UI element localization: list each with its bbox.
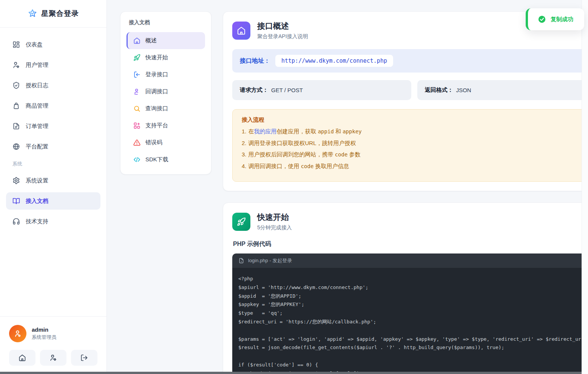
code-block-header: login.php - 发起登录 [232,253,588,268]
user-settings-icon [49,354,57,362]
integration-flow-box: 接入流程 1.在我的应用创建应用，获取 appid 和 appkey 2.调用登… [232,109,588,182]
sidebar-item-support[interactable]: 技术支持 [6,213,100,230]
sidebar-item-label: 接入文档 [26,198,48,205]
user-info: admin 系统管理员 [32,326,56,341]
overview-card-titles: 接口概述 聚合登录API接入说明 [257,21,308,40]
sidebar-item-label: 仪表盘 [26,41,43,48]
home-button[interactable] [9,350,35,366]
sidebar-item-label: 技术支持 [26,218,48,225]
sidebar-item-label: 商品管理 [26,102,48,110]
doc-nav-item-login-api[interactable]: 登录接口 [127,66,205,83]
step-text: 在 [248,128,254,134]
api-address-value[interactable]: http://www.dkym.com/connect.php [275,55,393,67]
sidebar-item-platform-config[interactable]: 平台配置 [6,138,100,155]
request-method-box: 请求方式： GET / POST [232,80,411,100]
main-content: 接入文档 概述 快速开始 登录接口 回调接口 [107,0,582,374]
step-text: 调用回调接口，使用 [248,163,301,169]
overview-card: 接口概述 聚合登录API接入说明 接口地址： http://www.dkym.c… [223,11,588,191]
section-subtitle: 5分钟完成接入 [257,224,292,231]
sidebar-item-label: 授权日志 [26,82,48,89]
doc-nav-item-quickstart[interactable]: 快速开始 [127,49,205,66]
code-file-title: login.php - 发起登录 [248,257,292,264]
login-icon [133,71,140,78]
sidebar-item-label: 平台配置 [26,143,48,150]
section-title: 快速开始 [257,212,292,223]
page-title: 接口概述 [257,21,308,31]
flow-step-1: 1.在我的应用创建应用，获取 appid 和 appkey [242,127,586,136]
my-apps-link[interactable]: 我的应用 [254,128,277,134]
doc-nav-item-sdk-download[interactable]: SDK下载 [127,151,205,168]
book-icon [12,197,20,205]
sidebar-item-orders[interactable]: 订单管理 [6,117,100,135]
check-circle-icon [538,15,546,23]
avatar [9,325,26,342]
doc-nav-label: 回调接口 [145,88,168,95]
step-text: 参数 [347,151,360,158]
step-number: 1. [242,128,247,134]
toast-copy-success[interactable]: 复制成功 [526,8,584,30]
globe-icon [12,143,20,150]
sidebar-item-auth-logs[interactable]: 授权日志 [6,77,100,94]
page-subtitle: 聚合登录API接入说明 [257,33,308,40]
response-format-box: 返回格式： JSON [417,80,588,100]
api-address-label: 接口地址： [240,57,270,65]
rocket-icon [133,54,140,61]
user-settings-icon [12,61,20,69]
step-text: 调用登录接口获取授权URL，跳转用户授权 [248,140,356,146]
step-number: 3. [242,151,247,158]
user-profile[interactable]: admin 系统管理员 [9,325,97,342]
doc-nav-label: 登录接口 [145,71,168,78]
logout-icon [80,354,88,362]
vertical-scrollbar[interactable] [582,0,588,374]
inline-code: appkey [343,128,362,134]
user-name: admin [32,326,56,333]
grid-plus-icon [133,122,140,129]
doc-nav-title: 接入文档 [129,19,205,26]
gear-icon [12,177,20,184]
user-icon [133,88,140,95]
sidebar-item-label: 订单管理 [26,123,48,130]
flow-step-3: 3.用户授权后回调到您的网站，携带 code 参数 [242,150,586,159]
home-icon [232,22,250,40]
sidebar-item-products[interactable]: 商品管理 [6,97,100,114]
doc-nav-label: 错误码 [145,139,162,146]
shopping-bag-icon [12,102,20,110]
code-icon [133,156,140,163]
step-text: 用户授权后回调到您的网站，携带 [248,151,335,158]
sidebar-section-label: 系统 [12,161,100,167]
horizontal-scrollbar[interactable] [0,372,582,374]
sidebar: 星聚合登录 仪表盘 用户管理 授权日志 商品管理 [0,0,107,374]
response-format-value: JSON [456,87,471,93]
search-icon [133,105,140,112]
sidebar-item-users[interactable]: 用户管理 [6,56,100,74]
rocket-icon [232,213,250,231]
step-number: 4. [242,163,247,169]
dashboard-icon [12,41,20,48]
doc-nav-item-callback-api[interactable]: 回调接口 [127,83,205,100]
doc-nav-item-platforms[interactable]: 支持平台 [127,117,205,134]
inline-code: code [301,163,314,169]
sidebar-item-docs[interactable]: 接入文档 [6,192,100,210]
home-icon [133,37,140,44]
app-logo: 星聚合登录 [0,0,106,28]
step-text: 创建应用，获取 [277,128,318,134]
request-method-label: 请求方式： [240,87,268,94]
sidebar-menu: 仪表盘 用户管理 授权日志 商品管理 订单管理 [0,28,106,230]
step-text: 换取用户信息 [313,163,349,169]
sidebar-item-system-settings[interactable]: 系统设置 [6,172,100,189]
quickstart-card-header: 快速开始 5分钟完成接入 [232,212,588,231]
code-content[interactable]: <?php $apiurl = 'http://www.dkym.com/con… [232,268,588,374]
profile-button[interactable] [40,350,66,366]
toast-message: 复制成功 [551,16,573,23]
doc-nav-item-error-codes[interactable]: 错误码 [127,134,205,151]
code-heading: PHP 示例代码 [233,240,588,248]
sidebar-user-area: admin 系统管理员 [0,316,106,374]
doc-nav: 接入文档 概述 快速开始 登录接口 回调接口 [120,11,211,175]
doc-nav-item-query-api[interactable]: 查询接口 [127,100,205,117]
user-role: 系统管理员 [32,334,56,341]
doc-nav-item-overview[interactable]: 概述 [127,32,205,49]
logout-button[interactable] [71,350,97,366]
code-block: login.php - 发起登录 <?php $apiurl = 'http:/… [232,253,588,374]
flow-title: 接入流程 [242,116,586,124]
sidebar-item-dashboard[interactable]: 仪表盘 [6,36,100,53]
